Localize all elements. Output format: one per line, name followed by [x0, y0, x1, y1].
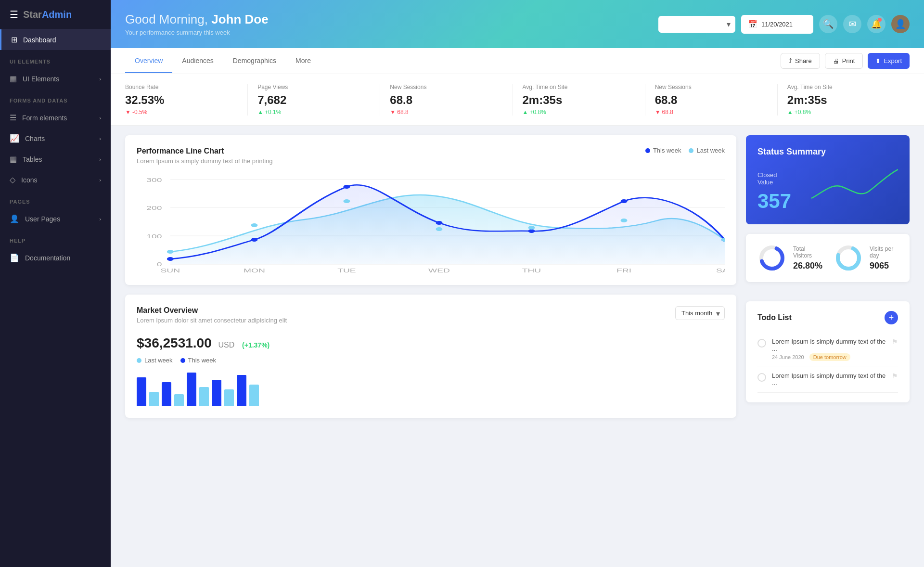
- dashboard-icon: ⊞: [11, 35, 17, 44]
- section-label-ui: UI ELEMENTS: [0, 50, 111, 68]
- sidebar-item-documentation[interactable]: 📄 Documentation: [0, 247, 111, 268]
- share-label: Share: [795, 57, 812, 64]
- legend-this-week: This week: [645, 147, 681, 154]
- stat-label-4: New Sessions: [655, 84, 768, 90]
- donut-value-visitors: 26.80%: [793, 261, 822, 271]
- donut-value-daily: 9065: [870, 261, 898, 271]
- donut-section: Total Visitors 26.80% Visits per day 906…: [746, 234, 910, 282]
- tab-overview[interactable]: Overview: [125, 49, 172, 73]
- stat-value-3: 2m:35s: [523, 93, 635, 107]
- greeting-text: Good Morning, John Doe: [125, 12, 649, 27]
- svg-text:100: 100: [146, 233, 162, 239]
- greeting-subtitle: Your performance summary this week: [125, 29, 649, 36]
- todo-meta-0: 24 June 2020 Due tomorrow: [772, 354, 886, 360]
- bar-6: [199, 387, 209, 406]
- status-summary-card: Status Summary ClosedValue 357: [746, 135, 910, 224]
- market-overview-card: Market Overview Lorem ipsum dolor sit am…: [125, 295, 736, 418]
- tabs: Overview Audiences Demographics More: [125, 49, 781, 73]
- tab-audiences[interactable]: Audiences: [172, 49, 223, 73]
- svg-text:WED: WED: [428, 268, 450, 273]
- print-button[interactable]: 🖨 Print: [825, 53, 863, 69]
- stat-change-5: ▲ +0.8%: [787, 109, 900, 116]
- market-dropdown-wrapper: This month: [675, 306, 725, 320]
- stat-label-3: Avg. Time on Site: [523, 84, 635, 90]
- svg-text:SAT: SAT: [716, 268, 725, 273]
- stat-change-0: ▼ -0.5%: [125, 109, 238, 116]
- logo-text: StarAdmin: [23, 9, 72, 20]
- greeting-prefix: Good Morning,: [125, 12, 208, 26]
- up-arrow-icon-3: ▲: [523, 109, 528, 116]
- section-label-help: HELP: [0, 229, 111, 247]
- lw-point-2: [343, 199, 350, 203]
- export-icon: ⬆: [875, 57, 881, 64]
- sidebar-item-dashboard[interactable]: ⊞ Dashboard: [0, 29, 111, 50]
- point-4: [528, 229, 535, 233]
- status-value: 357: [757, 190, 791, 213]
- arrow-icon-tables: ›: [99, 156, 101, 162]
- point-0: [167, 257, 174, 261]
- section-label-forms: FORMS AND DATAS: [0, 89, 111, 107]
- todo-checkbox-1[interactable]: [757, 373, 766, 382]
- dashboard-grid: Performance Line Chart Lorem Ipsum is si…: [111, 126, 924, 427]
- stat-value-5: 2m:35s: [787, 93, 900, 107]
- todo-text-1: Lorem Ipsum is simply dummy text of the …: [772, 372, 886, 387]
- legend-dot-last-week: [689, 148, 693, 153]
- tab-actions: ⤴ Share 🖨 Print ⬆ Export: [781, 48, 910, 74]
- greeting-section: Good Morning, John Doe Your performance …: [125, 12, 649, 36]
- sidebar-item-tables[interactable]: ▦ Tables ›: [0, 149, 111, 169]
- logo-star: Star: [23, 9, 42, 20]
- sidebar-item-form-elements[interactable]: ☰ Form elements ›: [0, 107, 111, 128]
- section-label-pages: PAGES: [0, 190, 111, 208]
- header-dropdown-wrapper: [658, 16, 735, 33]
- donut-daily: Visits per day 9065: [834, 244, 898, 272]
- sidebar-item-ui-elements[interactable]: ▦ UI Elements ›: [0, 68, 111, 89]
- avatar[interactable]: 👤: [891, 15, 910, 33]
- notification-button[interactable]: 🔔: [867, 15, 886, 33]
- sidebar-label-charts: Charts: [25, 135, 45, 142]
- market-amount: $36,2531.00 USD (+1.37%): [137, 335, 725, 351]
- up-arrow-icon-5: ▲: [787, 109, 793, 116]
- sidebar-item-charts[interactable]: 📈 Charts ›: [0, 128, 111, 149]
- header-dropdown[interactable]: [658, 16, 735, 33]
- todo-text-0: Lorem Ipsum is simply dummy text of the …: [772, 338, 886, 352]
- market-label-this-week: This week: [188, 357, 217, 364]
- donut-svg-visitors: [757, 244, 786, 272]
- tables-icon: ▦: [10, 155, 17, 164]
- point-3: [436, 221, 442, 225]
- market-dropdown[interactable]: This month: [675, 306, 725, 320]
- logo-admin: Admin: [42, 9, 72, 20]
- mail-button[interactable]: ✉: [843, 15, 861, 33]
- point-2: [343, 185, 350, 189]
- export-button[interactable]: ⬆ Export: [868, 53, 910, 69]
- date-box: 📅 11/20/2021: [741, 15, 813, 34]
- legend-label-last-week: Last week: [696, 147, 725, 154]
- lw-point-4: [528, 226, 535, 230]
- sidebar-item-user-pages[interactable]: 👤 User Pages ›: [0, 208, 111, 229]
- status-mini-chart: [811, 165, 898, 213]
- lw-point-3: [436, 227, 442, 231]
- bar-4: [174, 394, 184, 406]
- tab-demographics[interactable]: Demographics: [223, 49, 286, 73]
- ui-elements-icon: ▦: [10, 74, 17, 83]
- search-button[interactable]: 🔍: [819, 15, 837, 33]
- tab-more[interactable]: More: [286, 49, 321, 73]
- legend-last-week: Last week: [689, 147, 725, 154]
- down-arrow-icon-4: ▼: [655, 109, 661, 116]
- stat-value-4: 68.8: [655, 93, 768, 107]
- hamburger-icon[interactable]: ☰: [10, 9, 18, 20]
- user-name: John Doe: [211, 12, 268, 26]
- market-header: Market Overview Lorem ipsum dolor sit am…: [137, 306, 725, 332]
- add-todo-button[interactable]: +: [885, 311, 898, 324]
- todo-checkbox-0[interactable]: [757, 339, 766, 348]
- share-button[interactable]: ⤴ Share: [781, 53, 820, 69]
- todo-item-0: Lorem Ipsum is simply dummy text of the …: [757, 332, 898, 366]
- svg-text:200: 200: [146, 205, 162, 211]
- sidebar-label-dashboard: Dashboard: [23, 36, 56, 44]
- main-area: Good Morning, John Doe Your performance …: [111, 0, 924, 567]
- stat-page-views: Page Views 7,682 ▲ +0.1%: [248, 84, 380, 116]
- sidebar-item-icons[interactable]: ◇ Icons ›: [0, 169, 111, 190]
- bar-1: [137, 377, 146, 406]
- performance-chart-card: Performance Line Chart Lorem Ipsum is si…: [125, 135, 736, 285]
- lw-point-0: [167, 250, 174, 254]
- sidebar-logo: ☰ StarAdmin: [0, 0, 111, 29]
